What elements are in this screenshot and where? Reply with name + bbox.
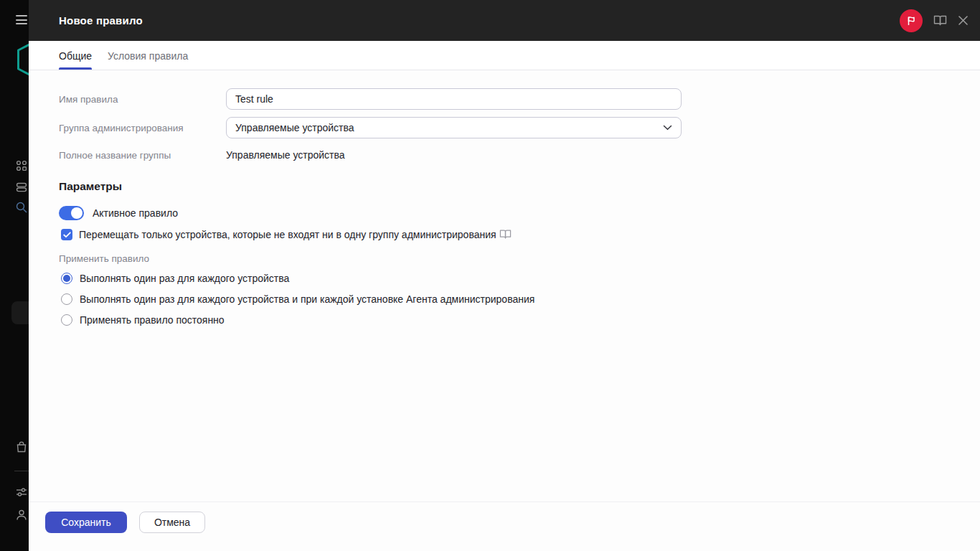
radio-run-once-and-install[interactable] [61,293,72,305]
help-book-icon[interactable] [933,14,947,27]
active-rule-label: Активное правило [93,207,178,219]
admin-group-selected-value: Управляемые устройства [235,122,354,133]
dialog-content: Имя правила Группа администрирования Упр… [29,70,980,501]
move-only-checkbox[interactable] [61,229,72,240]
marketplace-bag-icon[interactable] [15,441,28,453]
search-icon[interactable] [15,201,28,214]
sidebar-selected-item[interactable] [11,301,29,324]
full-group-name-label: Полное название группы [59,150,226,161]
admin-group-select[interactable]: Управляемые устройства [226,117,682,138]
active-rule-toggle[interactable] [59,206,84,220]
dialog-footer: Сохранить Отмена [29,501,980,551]
close-icon[interactable] [958,15,969,26]
dialog-tabs: Общие Условия правила [29,41,980,70]
radio-run-once-row: Выполнять один раз для каждого устройств… [59,273,980,284]
rule-name-label: Имя правила [59,94,226,105]
tab-rule-conditions[interactable]: Условия правила [108,50,188,70]
apply-rule-label: Применить правило [59,253,980,264]
help-book-icon[interactable] [499,229,512,240]
tab-general[interactable]: Общие [59,50,92,70]
account-icon[interactable] [15,509,28,522]
active-rule-toggle-row: Активное правило [59,206,980,220]
devices-stack-icon[interactable] [15,181,28,194]
chevron-down-icon [663,125,672,131]
new-rule-dialog: Новое правило Общие [29,0,980,551]
collapsed-sidebar [0,0,29,551]
radio-run-once[interactable] [61,273,72,284]
cancel-button[interactable]: Отмена [139,512,205,533]
whats-new-flag-icon[interactable] [900,9,923,32]
dialog-title: Новое правило [59,14,143,27]
radio-apply-continuously-row: Применять правило постоянно [59,314,980,326]
radio-apply-continuously[interactable] [61,314,72,326]
menu-icon[interactable] [16,15,27,24]
radio-run-once-and-install-row: Выполнять один раз для каждого устройств… [59,293,980,305]
parameters-heading: Параметры [59,180,980,193]
full-group-name-value: Управляемые устройства [226,149,345,161]
radio-apply-continuously-label: Применять правило постоянно [80,314,225,326]
console-settings-icon[interactable] [15,486,28,499]
discovery-icon[interactable] [15,159,28,172]
admin-group-label: Группа администрирования [59,123,226,133]
rule-name-input[interactable] [226,88,682,110]
dialog-header: Новое правило [29,0,980,41]
radio-run-once-label: Выполнять один раз для каждого устройств… [80,273,289,284]
move-only-checkbox-label: Перемещать только устройства, которые не… [79,229,512,240]
kaspersky-logo-hexagon [16,42,29,80]
sidebar-divider [14,471,29,471]
move-only-checkbox-row: Перемещать только устройства, которые не… [59,229,980,240]
radio-run-once-and-install-label: Выполнять один раз для каждого устройств… [80,293,534,305]
save-button[interactable]: Сохранить [45,512,127,533]
